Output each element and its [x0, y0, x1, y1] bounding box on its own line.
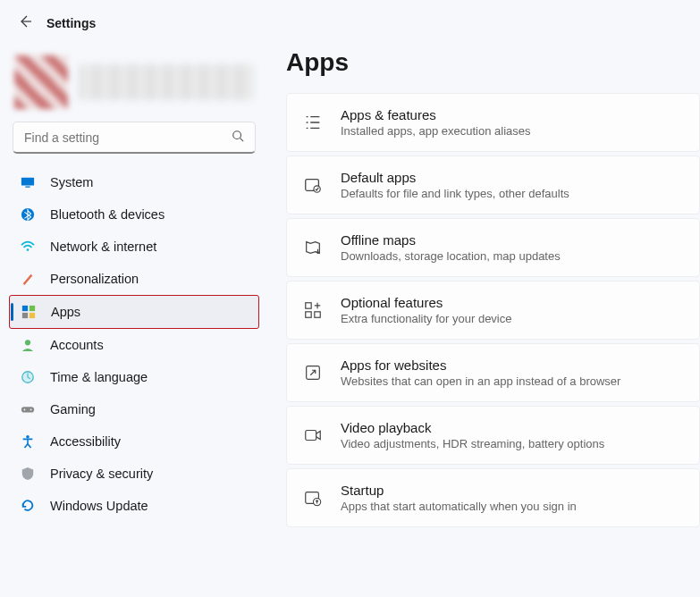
- svg-rect-17: [306, 303, 311, 308]
- system-icon: [20, 174, 36, 190]
- card-desc: Video adjustments, HDR streaming, batter…: [341, 437, 683, 450]
- apps-icon: [21, 304, 37, 320]
- sidebar-item-time-language[interactable]: Time & language: [9, 361, 259, 393]
- card-title: Video playback: [341, 420, 683, 435]
- accessibility-icon: [20, 433, 36, 450]
- grid-plus-icon: [303, 300, 323, 320]
- search-icon: [232, 130, 244, 145]
- back-button[interactable]: [18, 14, 32, 32]
- startup-icon: [303, 488, 323, 508]
- nav: System Bluetooth & devices Network & int…: [9, 166, 259, 522]
- sidebar-item-accounts[interactable]: Accounts: [9, 329, 259, 361]
- video-icon: [303, 425, 323, 445]
- sidebar-item-windows-update[interactable]: Windows Update: [9, 490, 259, 522]
- list-icon: [303, 113, 323, 132]
- card-optional-features[interactable]: Optional features Extra functionality fo…: [286, 281, 700, 340]
- svg-point-9: [25, 340, 30, 345]
- card-title: Offline maps: [341, 232, 683, 248]
- card-title: Startup: [341, 483, 683, 498]
- person-icon: [20, 337, 36, 353]
- card-startup[interactable]: Startup Apps that start automatically wh…: [286, 468, 700, 527]
- card-title: Apps & features: [341, 107, 683, 122]
- sidebar-item-privacy[interactable]: Privacy & security: [9, 458, 259, 490]
- search-input[interactable]: [24, 130, 232, 145]
- card-apps-features[interactable]: Apps & features Installed apps, app exec…: [286, 93, 700, 152]
- card-desc: Extra functionality for your device: [341, 312, 683, 325]
- sidebar-item-bluetooth[interactable]: Bluetooth & devices: [9, 198, 259, 231]
- globe-clock-icon: [20, 369, 36, 385]
- sidebar-item-gaming[interactable]: Gaming: [9, 393, 259, 425]
- sidebar-item-label: Apps: [51, 305, 80, 319]
- sidebar-item-label: Bluetooth & devices: [50, 207, 164, 222]
- main: Apps Apps & features Installed apps, app…: [268, 39, 700, 527]
- search-box[interactable]: [13, 122, 256, 154]
- sidebar-item-label: Time & language: [50, 370, 148, 384]
- svg-rect-2: [25, 186, 30, 187]
- sidebar-item-apps[interactable]: Apps: [9, 295, 259, 329]
- card-title: Apps for websites: [341, 357, 683, 373]
- card-default-apps[interactable]: Default apps Defaults for file and link …: [286, 156, 700, 214]
- svg-rect-5: [22, 306, 28, 311]
- sidebar: System Bluetooth & devices Network & int…: [0, 39, 268, 527]
- card-desc: Defaults for file and link types, other …: [341, 187, 683, 200]
- header: Settings: [0, 0, 700, 39]
- card-offline-maps[interactable]: Offline maps Downloads, storage location…: [286, 218, 700, 277]
- sidebar-item-label: Gaming: [50, 402, 96, 416]
- svg-point-13: [30, 409, 32, 411]
- open-external-icon: [303, 363, 323, 383]
- card-desc: Downloads, storage location, map updates: [341, 249, 683, 263]
- page-title: Apps: [286, 48, 700, 77]
- bluetooth-icon: [20, 206, 36, 223]
- card-desc: Installed apps, app execution aliases: [341, 124, 683, 138]
- sidebar-item-label: Accessibility: [50, 434, 121, 449]
- wifi-icon: [20, 239, 36, 255]
- svg-rect-18: [306, 312, 311, 317]
- card-desc: Websites that can open in an app instead…: [341, 374, 683, 388]
- card-desc: Apps that start automatically when you s…: [341, 500, 683, 513]
- svg-rect-8: [30, 313, 35, 318]
- sidebar-item-accessibility[interactable]: Accessibility: [9, 425, 259, 458]
- header-title: Settings: [46, 16, 96, 30]
- card-video-playback[interactable]: Video playback Video adjustments, HDR st…: [286, 406, 700, 465]
- card-title: Default apps: [341, 170, 683, 185]
- svg-point-4: [27, 248, 30, 251]
- map-download-icon: [303, 238, 323, 257]
- sidebar-item-network[interactable]: Network & internet: [9, 231, 259, 263]
- shield-icon: [20, 466, 36, 482]
- sidebar-item-label: System: [50, 175, 93, 189]
- user-name-blurred: [79, 64, 254, 100]
- card-apps-for-websites[interactable]: Apps for websites Websites that can open…: [286, 343, 700, 402]
- sidebar-item-system[interactable]: System: [9, 166, 259, 198]
- svg-rect-7: [22, 313, 28, 318]
- svg-rect-21: [306, 431, 316, 441]
- svg-rect-11: [21, 407, 34, 412]
- svg-rect-1: [21, 178, 34, 186]
- sidebar-item-label: Accounts: [50, 338, 104, 352]
- card-list: Apps & features Installed apps, app exec…: [286, 93, 700, 527]
- sidebar-item-label: Network & internet: [50, 240, 156, 254]
- brush-icon: [20, 271, 36, 287]
- sidebar-item-label: Privacy & security: [50, 467, 153, 481]
- default-app-icon: [303, 175, 323, 195]
- gamepad-icon: [20, 401, 36, 417]
- update-icon: [20, 498, 36, 514]
- sidebar-item-label: Windows Update: [50, 499, 148, 513]
- card-title: Optional features: [341, 295, 683, 310]
- svg-point-14: [26, 435, 30, 439]
- svg-point-12: [24, 409, 26, 411]
- sidebar-item-personalization[interactable]: Personalization: [9, 263, 259, 295]
- sidebar-item-label: Personalization: [50, 272, 139, 286]
- svg-point-0: [233, 131, 241, 139]
- user-profile[interactable]: [9, 48, 259, 122]
- avatar: [14, 55, 68, 109]
- svg-rect-6: [30, 306, 35, 311]
- svg-rect-19: [315, 312, 320, 317]
